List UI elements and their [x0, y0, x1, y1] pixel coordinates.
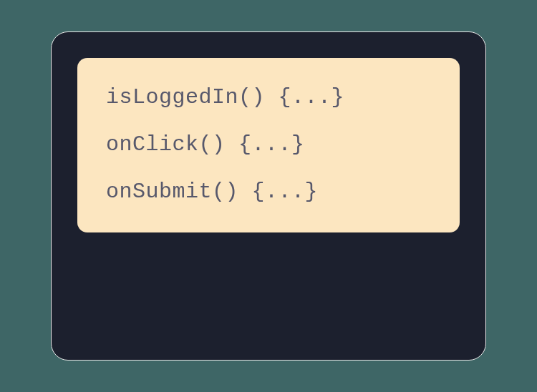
code-line: onClick() {...} — [106, 129, 431, 160]
code-block: isLoggedIn() {...} onClick() {...} onSub… — [77, 58, 460, 232]
code-line: isLoggedIn() {...} — [106, 82, 431, 112]
editor-window: isLoggedIn() {...} onClick() {...} onSub… — [51, 31, 486, 361]
code-line: onSubmit() {...} — [106, 177, 431, 207]
